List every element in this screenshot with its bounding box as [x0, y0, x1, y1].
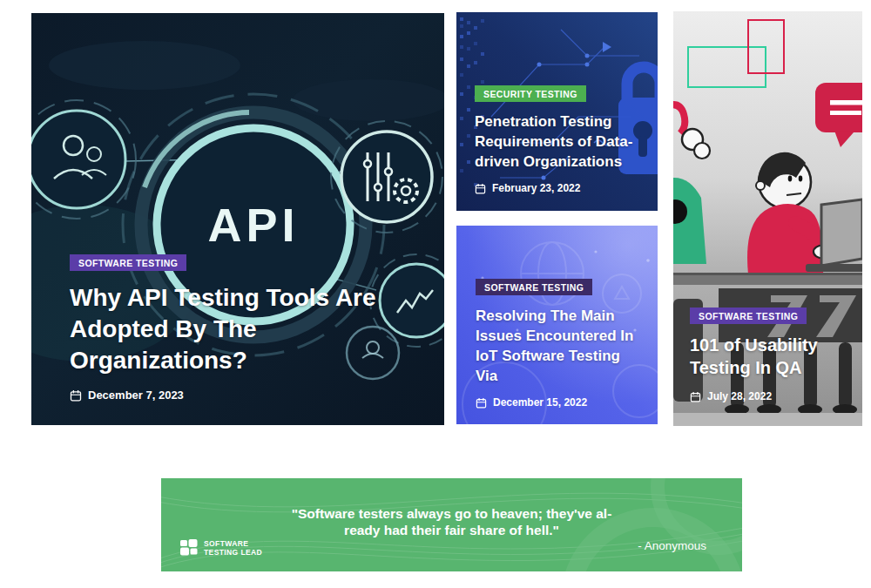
- calendar-icon: [690, 391, 701, 402]
- post-title[interactable]: Penetration Testing Requirements of Data…: [475, 112, 645, 172]
- category-badge[interactable]: SOFTWARE TESTING: [476, 279, 592, 296]
- calendar-icon: [475, 183, 486, 194]
- post-card-usability-testing[interactable]: SOFTWARE TESTING 101 of Usability Testin…: [673, 11, 862, 426]
- post-date-row: December 7, 2023: [70, 389, 409, 402]
- post-title[interactable]: Why API Testing Tools Are Adopted By The…: [70, 282, 376, 376]
- quote-banner: "Software testers always go to heaven; t…: [161, 478, 742, 571]
- category-badge[interactable]: SOFTWARE TESTING: [70, 254, 186, 272]
- calendar-icon: [70, 389, 82, 402]
- post-card-api-testing[interactable]: API SOFTWARE TESTING Why API Testing Too…: [31, 13, 444, 425]
- logo-icon: [180, 539, 199, 557]
- quote-line-1: "Software testers always go to heaven; t…: [161, 505, 742, 522]
- post-date-row: December 15, 2022: [476, 396, 645, 409]
- post-date-row: February 23, 2022: [475, 182, 645, 194]
- post-card-penetration-testing[interactable]: SECURITY TESTING Penetration Testing Req…: [456, 12, 658, 211]
- quote-line-2: ready had their fair share of hell.": [161, 522, 742, 538]
- quote-text: "Software testers always go to heaven; t…: [161, 505, 742, 538]
- logo-line-2: TESTING LEAD: [204, 548, 262, 557]
- calendar-icon: [476, 397, 487, 409]
- category-badge[interactable]: SOFTWARE TESTING: [690, 308, 807, 325]
- post-date: December 15, 2022: [493, 396, 587, 409]
- quote-attribution: - Anonymous: [638, 539, 706, 552]
- post-date-row: July 28, 2022: [690, 390, 854, 402]
- svg-text:API: API: [207, 199, 299, 251]
- post-title[interactable]: Resolving The Main Issues Encountered In…: [476, 306, 645, 386]
- logo-line-1: SOFTWARE: [204, 539, 262, 548]
- software-testing-lead-logo: SOFTWARE TESTING LEAD: [180, 539, 262, 557]
- post-date: December 7, 2023: [88, 389, 184, 402]
- post-date: February 23, 2022: [492, 182, 580, 194]
- category-badge[interactable]: SECURITY TESTING: [475, 85, 586, 103]
- post-card-iot-testing[interactable]: SOFTWARE TESTING Resolving The Main Issu…: [456, 226, 658, 424]
- post-title[interactable]: 101 of Usability Testing In QA: [690, 334, 854, 379]
- post-date: July 28, 2022: [707, 390, 772, 402]
